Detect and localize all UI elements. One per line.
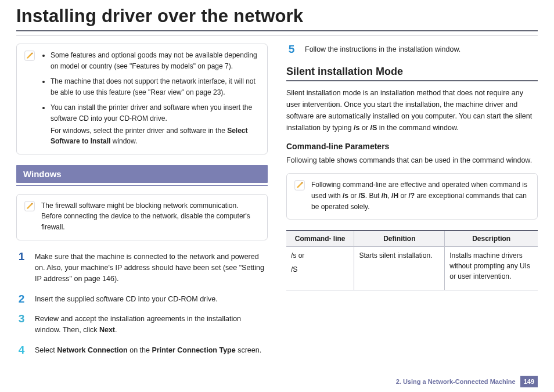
th-description: Description [445,231,538,247]
step-1: 1 Make sure that the machine is connecte… [16,251,268,285]
section-heading-windows: Windows [16,165,268,183]
note1-bullet-3: You can install the printer driver and s… [51,102,260,146]
step-2: 2 Insert the supplied software CD into y… [16,293,268,305]
note3-text: Following command-line are effective and… [311,179,530,212]
table-row: /s or /S Starts silent installation. Ins… [286,247,538,290]
footer-page-number: 149 [520,376,538,387]
left-column: Some features and optional goods may not… [16,44,268,364]
silent-mode-description: Silent installation mode is an installat… [286,87,538,134]
step-3: 3 Review and accept the installation agr… [16,313,268,336]
note1-bullet-2: The machine that does not support the ne… [51,76,260,98]
note-icon [24,50,35,62]
heading-cmd-params: Command-line Parameters [286,142,538,151]
note-icon [24,200,35,212]
step-5: 5 Follow the instructions in the install… [286,44,538,55]
td-definition: Starts silent installation. [354,247,445,290]
page-footer: 2. Using a Network-Connected Machine 149 [396,376,538,387]
right-column: 5 Follow the instructions in the install… [286,44,538,364]
note1-bullet-1: Some features and optional goods may not… [51,50,260,71]
td-command: /s or /S [286,247,354,290]
note2-text: The firewall software might be blocking … [41,200,260,233]
heading-rule [286,80,538,81]
section-underline [16,185,268,186]
title-rule [16,30,538,31]
note-icon [294,179,305,191]
note-box-1: Some features and optional goods may not… [16,44,268,154]
td-description: Installs machine drivers without prompti… [445,247,538,290]
step-number-1: 1 [16,251,27,285]
th-definition: Definition [354,231,445,247]
page-title: Installing driver over the network [16,6,538,27]
step-number-5: 5 [286,44,297,55]
note1-subline: For windows, select the printer driver a… [51,125,260,147]
step-number-3: 3 [16,313,27,336]
footer-chapter: 2. Using a Network-Connected Machine [396,378,516,385]
th-command-line: Command- line [286,231,354,247]
steps-list: 1 Make sure that the machine is connecte… [16,251,268,357]
step-4: 4 Select Network Connection on the Print… [16,344,268,356]
note-box-3: Following command-line are effective and… [286,173,538,220]
command-table: Command- line Definition Description /s … [286,230,538,290]
heading-silent-mode: Silent installation Mode [286,66,538,78]
step-number-4: 4 [16,344,27,356]
cmd-params-intro: Following table shows commands that can … [286,154,538,166]
title-rule-thin [16,35,538,35]
note-box-2: The firewall software might be blocking … [16,194,268,240]
step-number-2: 2 [16,293,27,305]
